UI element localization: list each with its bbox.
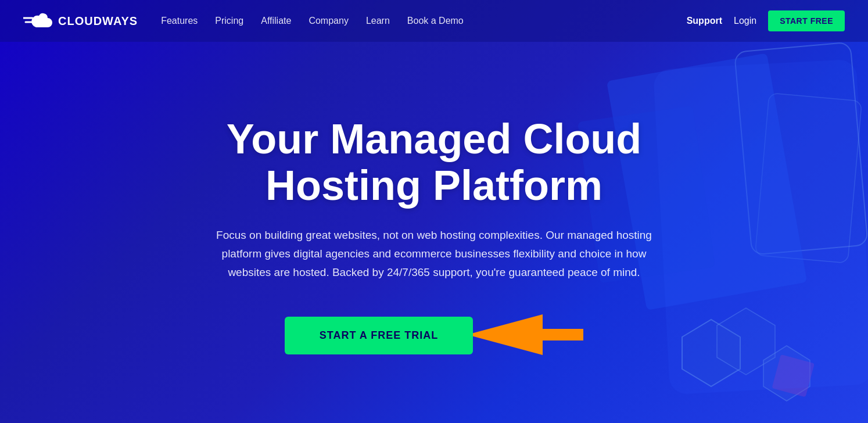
navbar-right: Support Login START FREE [687, 10, 845, 31]
nav-affiliate[interactable]: Affiliate [261, 16, 291, 26]
start-free-trial-button[interactable]: START A FREE TRIAL [285, 317, 473, 354]
nav-login[interactable]: Login [734, 16, 756, 26]
nav-features[interactable]: Features [161, 16, 198, 26]
hero-subtitle: Focus on building great websites, not on… [207, 226, 661, 282]
navbar-start-free-button[interactable]: START FREE [768, 10, 845, 31]
brand-name: CLOUDWAYS [58, 15, 138, 28]
logo-icon [23, 11, 52, 31]
navbar: CLOUDWAYS Features Pricing Affiliate Com… [0, 0, 868, 42]
cta-arrow [467, 311, 583, 358]
nav-book-demo[interactable]: Book a Demo [407, 16, 464, 26]
nav-support[interactable]: Support [687, 16, 722, 26]
nav-company[interactable]: Company [309, 16, 348, 26]
navbar-left: CLOUDWAYS Features Pricing Affiliate Com… [23, 11, 464, 31]
arrow-container [467, 311, 583, 360]
page-wrapper: CLOUDWAYS Features Pricing Affiliate Com… [0, 0, 868, 423]
cta-area: START A FREE TRIAL [285, 311, 583, 360]
logo[interactable]: CLOUDWAYS [23, 11, 138, 31]
nav-learn[interactable]: Learn [366, 16, 390, 26]
nav-links: Features Pricing Affiliate Company Learn… [161, 16, 464, 26]
hero-title: Your Managed Cloud Hosting Platform [173, 116, 695, 208]
nav-pricing[interactable]: Pricing [215, 16, 243, 26]
svg-marker-14 [467, 314, 583, 355]
hero-section: Your Managed Cloud Hosting Platform Focu… [0, 42, 868, 423]
